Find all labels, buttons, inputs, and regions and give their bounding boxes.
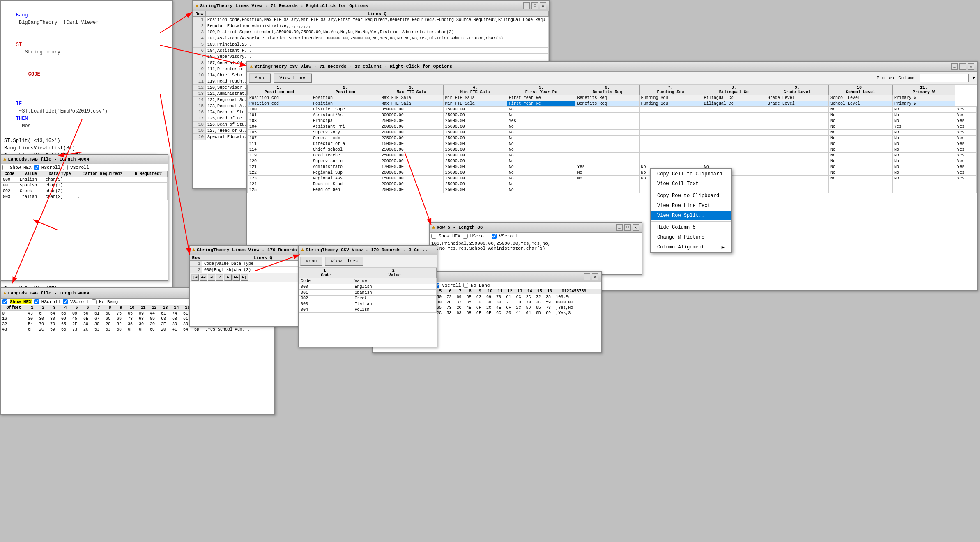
table-row: 001Spanish (299, 290, 437, 296)
vscroll-checkbox[interactable] (63, 165, 68, 170)
menu-button[interactable]: Menu (300, 257, 322, 266)
col-header: 2.Position (311, 85, 380, 95)
col-cell: Grade Level (766, 101, 828, 107)
nav-next[interactable]: ►► (232, 274, 240, 281)
nav-last[interactable]: ►| (241, 274, 248, 281)
window-controls[interactable]: _ □ ✕ (951, 63, 974, 70)
col-header: 9 (115, 305, 127, 311)
maximize-button[interactable]: □ (531, 2, 538, 9)
nav-first[interactable]: |◄ (191, 274, 199, 281)
table-row: 2Regular Education Administrative,,,,,,,… (193, 23, 549, 29)
window-controls[interactable]: _ ✕ (584, 273, 598, 280)
table-row: 123Regional Ass150000.0025000.00NoNoNoNo… (248, 176, 977, 181)
table-row: 003Italianchar(3). (1, 194, 168, 200)
nobang-checkbox[interactable] (92, 299, 97, 304)
minimize-button[interactable]: _ (584, 273, 590, 280)
checkbox-row: Show HEX HScroll VScroll (1, 164, 168, 171)
table-row: 004Polish (299, 307, 437, 313)
dropdown-arrow[interactable]: ▼ (972, 76, 975, 80)
show-hex-label: Show HEX (10, 165, 32, 170)
ctx-view-cell[interactable]: View Cell Text (651, 179, 731, 189)
minimize-button[interactable]: _ (523, 2, 530, 9)
table-row: 114Chief School250000.0025000.00NoNoNoYe… (248, 147, 977, 153)
ctx-change-picture[interactable]: Change @ Picture (651, 232, 731, 242)
col-cell: Primary W (893, 101, 955, 107)
table-row: 107General Adm225000.0025000.00NoNoNoYes (248, 136, 977, 141)
ctx-view-row-split[interactable]: View Row Split... (651, 211, 731, 220)
context-menu: Copy Cell to Clipboard View Cell Text Co… (650, 168, 732, 253)
row5-line2: No,No,Yes,Yes,School Administrator,char(… (431, 246, 640, 251)
col-header: 5.First Year Re (507, 85, 575, 95)
hscroll-checkbox[interactable] (34, 165, 39, 170)
table-row: 000English (299, 284, 437, 290)
win-title: Row 5 - Length 86 (437, 225, 483, 230)
col-data-table: Code Value Data Type :ation Required? n … (1, 171, 168, 200)
hscroll-checkbox[interactable] (34, 299, 39, 304)
col-cell: Code (299, 278, 353, 284)
csv-toolbar: Menu View Lines (299, 255, 437, 268)
table-row: 122Regional Sup200000.0025000.00NoNoNoNo… (248, 170, 977, 176)
col-header: 6.Benefits Req (575, 85, 639, 95)
ctx-copy-cell[interactable]: Copy Cell to Clipboard (651, 169, 731, 179)
win-row5-top: ▲ Row 5 - Length 86 _ □ ✕ Show HEX HScro… (429, 222, 642, 275)
title-left: ▲ StringTheory CSV View - 71 Records - 1… (250, 64, 452, 69)
maximize-button[interactable]: □ (624, 224, 631, 231)
col-cell: Grade Level (766, 95, 828, 101)
nav-back[interactable]: ◄ (208, 274, 215, 281)
col-header: 1 (27, 305, 38, 311)
menu-button[interactable]: Menu (249, 73, 271, 83)
col-data-table: 1.Position cod2.Position3.Max FTE Sala4.… (247, 85, 977, 193)
col-cell: Position cod (248, 95, 311, 101)
table-row: 105Supervisory200000.0025000.00NoNoNoYes (248, 130, 977, 136)
show-hex-checkbox[interactable] (431, 234, 436, 239)
close-button[interactable]: ✕ (540, 2, 546, 9)
show-hex-checkbox[interactable] (2, 299, 7, 304)
table-row: 119Head Teache250000.0025000.00NoNoNoYes (248, 153, 977, 158)
show-hex-checkbox[interactable] (2, 165, 7, 170)
hscroll-checkbox[interactable] (463, 234, 468, 239)
picture-col-input[interactable] (920, 74, 969, 82)
col-header: Data Type (44, 171, 76, 177)
nav-help[interactable]: ? (216, 274, 223, 281)
close-button[interactable]: ✕ (633, 224, 639, 231)
col-cell: Position (311, 95, 380, 101)
ctx-view-row-line[interactable]: View Row Line Text (651, 201, 731, 211)
show-hex-label: Show HEX (10, 299, 32, 304)
col-cell: Value (353, 278, 436, 284)
code-token: THEN (16, 116, 28, 122)
nav-fwd[interactable]: ► (224, 274, 232, 281)
table-row: 5103,Principal,25... (193, 41, 549, 48)
col-header: 5 (71, 305, 82, 311)
col-cell: School Level (828, 95, 892, 101)
col-cell: First Year Re (507, 95, 575, 101)
csv170-content: 1.Code 2.Value Code Value 000English 001… (299, 268, 437, 313)
col-header: :ation Required? (76, 171, 129, 177)
table-row: 100District Supe350000.0025000.00NoNoNoY… (248, 107, 977, 113)
ctx-copy-row[interactable]: Copy Row to Clipboard (651, 191, 731, 201)
view-lines-button[interactable]: View Lines (274, 73, 312, 83)
code-token: IF (16, 101, 22, 107)
minimize-button[interactable]: _ (616, 224, 623, 231)
close-button[interactable]: ✕ (968, 63, 974, 70)
hscroll-label: HScroll (41, 165, 60, 170)
st-icon: ▲ (301, 247, 304, 253)
col-cell: Bilingual Co (702, 101, 766, 107)
row5-top-content: 103,Principal,250000.00,25000.00,Yes,Yes… (430, 239, 642, 253)
window-controls[interactable]: _ □ ✕ (523, 2, 546, 9)
table-row: 002Greek (299, 296, 437, 301)
picture-col-label: Picture Column: (876, 76, 917, 80)
vscroll-checkbox[interactable] (63, 299, 68, 304)
vscroll-checkbox[interactable] (492, 234, 497, 239)
window-controls[interactable]: _ □ ✕ (616, 224, 639, 231)
maximize-button[interactable]: □ (959, 63, 966, 70)
table-row: 125Head of Gen200000.0025000.00No (248, 187, 977, 193)
nobang-checkbox[interactable] (463, 283, 468, 288)
ctx-hide-col[interactable]: Hide Column 5 (651, 223, 731, 232)
view-lines-button[interactable]: View Lines (325, 257, 363, 266)
close-button[interactable]: ✕ (592, 273, 598, 280)
ctx-col-align[interactable]: Column Alignment (651, 242, 731, 252)
titlebar-csv-170: ▲ StringTheory CSV View - 170 Records - … (299, 246, 437, 255)
nav-prev[interactable]: ◄◄ (200, 274, 207, 281)
minimize-button[interactable]: _ (951, 63, 958, 70)
code-token: Bang (16, 12, 28, 18)
